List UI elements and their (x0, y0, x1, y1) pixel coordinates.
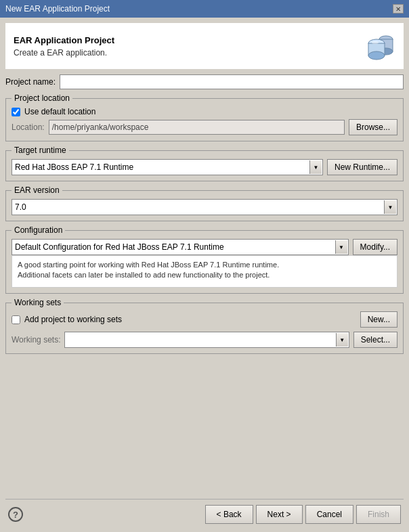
cancel-button[interactable]: Cancel (305, 505, 353, 524)
close-button[interactable]: ✕ (393, 4, 404, 14)
project-name-row: Project name: (5, 74, 404, 89)
ear-version-select-wrapper: 7.0 6.0 5.0 ▼ (12, 199, 397, 215)
configuration-group: Configuration Default Configuration for … (5, 225, 404, 294)
config-select-row: Default Configuration for Red Hat JBoss … (12, 239, 397, 255)
project-location-group: Project location Use default location Lo… (5, 93, 404, 141)
target-runtime-legend: Target runtime (12, 146, 69, 155)
runtime-select-wrapper: Red Hat JBoss EAP 7.1 Runtime ▼ (12, 159, 323, 175)
location-row: Location: Browse... (12, 119, 397, 135)
dialog-body: EAR Application Project Create a EAR app… (0, 18, 409, 532)
title-bar: New EAR Application Project ✕ (0, 0, 409, 18)
working-sets-label: Working sets: (12, 335, 60, 345)
configuration-description: A good starting point for working with R… (12, 255, 397, 288)
help-icon[interactable]: ? (8, 507, 23, 522)
header-text: EAR Application Project Create a EAR app… (14, 35, 114, 58)
config-select-wrapper: Default Configuration for Red Hat JBoss … (12, 239, 349, 255)
location-label: Location: (12, 123, 45, 132)
page-title: EAR Application Project (14, 35, 114, 45)
project-location-legend: Project location (12, 93, 72, 103)
working-sets-content: Add project to working sets New... Worki… (12, 311, 397, 348)
default-location-row: Use default location (12, 107, 397, 116)
project-name-label: Project name: (5, 77, 56, 87)
dialog-title: New EAR Application Project (5, 4, 110, 14)
next-button[interactable]: Next > (256, 505, 303, 524)
config-description-text: A good starting point for working with R… (18, 261, 279, 279)
modify-button[interactable]: Modify... (353, 239, 397, 255)
working-sets-legend: Working sets (12, 298, 64, 307)
add-to-working-sets-checkbox[interactable] (12, 315, 20, 324)
form-area: Project name: Project location Use defau… (5, 74, 404, 496)
back-button[interactable]: < Back (205, 505, 253, 524)
location-input[interactable] (49, 120, 345, 135)
new-runtime-button[interactable]: New Runtime... (327, 159, 397, 175)
footer-area: ? < Back Next > Cancel Finish (5, 499, 404, 527)
target-runtime-group: Target runtime Red Hat JBoss EAP 7.1 Run… (5, 146, 404, 181)
new-working-set-button[interactable]: New... (360, 311, 397, 328)
browse-button[interactable]: Browse... (349, 119, 397, 135)
ear-version-group: EAR version 7.0 6.0 5.0 ▼ (5, 185, 404, 221)
select-working-sets-button[interactable]: Select... (353, 332, 397, 348)
runtime-row: Red Hat JBoss EAP 7.1 Runtime ▼ New Runt… (12, 159, 397, 175)
configuration-select[interactable]: Default Configuration for Red Hat JBoss … (12, 239, 349, 255)
working-sets-group: Working sets Add project to working sets… (5, 298, 404, 354)
svg-point-5 (368, 51, 385, 60)
working-sets-select[interactable] (64, 332, 349, 348)
runtime-select[interactable]: Red Hat JBoss EAP 7.1 Runtime (12, 159, 323, 175)
ear-version-legend: EAR version (12, 185, 62, 195)
use-default-location-label: Use default location (24, 107, 95, 116)
page-subtitle: Create a EAR application. (14, 48, 114, 58)
svg-point-6 (372, 41, 379, 44)
add-to-working-sets-row: Add project to working sets New... (12, 311, 397, 328)
footer-buttons: < Back Next > Cancel Finish (205, 505, 401, 524)
ear-version-select[interactable]: 7.0 6.0 5.0 (12, 199, 397, 215)
working-sets-select-wrapper: ▼ (64, 332, 349, 348)
add-to-working-sets-label: Add project to working sets (24, 315, 122, 324)
project-name-input[interactable] (60, 74, 404, 89)
header-area: EAR Application Project Create a EAR app… (5, 23, 404, 69)
footer-left: ? (8, 507, 23, 522)
ear-icon (363, 30, 395, 62)
use-default-location-checkbox[interactable] (12, 108, 20, 116)
configuration-legend: Configuration (12, 225, 65, 235)
working-sets-select-row: Working sets: ▼ Select... (12, 332, 397, 348)
finish-button[interactable]: Finish (356, 505, 401, 524)
